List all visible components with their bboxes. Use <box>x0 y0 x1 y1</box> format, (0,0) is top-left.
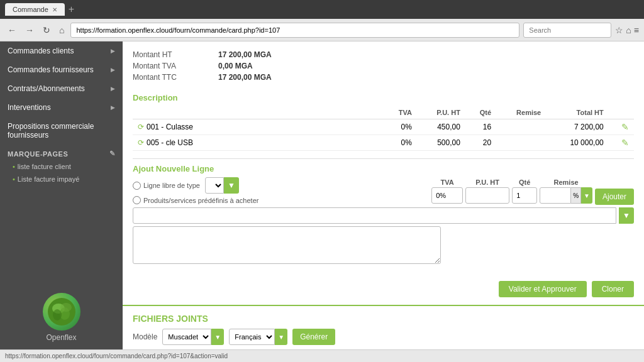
description-section: Description TVA P.U. HT Qté Remise Total… <box>133 93 634 151</box>
row2-edit[interactable]: ✎ <box>609 135 634 151</box>
product-search-dropdown-btn[interactable]: ▼ <box>619 207 634 224</box>
lang-select[interactable]: Français <box>229 329 275 345</box>
svg-point-3 <box>53 309 62 321</box>
lang-select-group: Français ▼ <box>229 329 287 345</box>
address-bar[interactable] <box>70 23 519 38</box>
status-bar: https://formation.openflex.cloud/fourn/c… <box>0 349 644 362</box>
tva-input[interactable] <box>431 187 463 204</box>
pu-ht-input[interactable] <box>465 187 509 204</box>
close-tab-icon[interactable]: ✕ <box>52 6 57 13</box>
row2-qty: 20 <box>465 135 496 151</box>
row2-tva: 0% <box>384 135 417 151</box>
description-textarea[interactable] <box>133 226 441 264</box>
action-buttons: Valider et Approuver Cloner <box>123 273 644 305</box>
row1-qty: 16 <box>465 119 496 135</box>
browser-toolbar: ← → ↻ ⌂ ☆ ⌂ ≡ <box>0 19 644 41</box>
model-dropdown-btn[interactable]: ▼ <box>211 329 224 345</box>
table-row: ⟳ 005 - cle USB 0% 500,00 20 10 000,00 ✎ <box>133 135 634 151</box>
row2-remise <box>496 135 546 151</box>
sidebar-item-commandes-clients[interactable]: Commandes clients <box>0 41 123 60</box>
amount-tva-row: Montant TVA 0,00 MGA <box>133 60 634 72</box>
amount-tva-label: Montant TVA <box>133 62 208 70</box>
sidebar-bookmark-facture-impaye[interactable]: Liste facture impayé <box>0 173 123 185</box>
model-label: Modèle <box>133 332 157 341</box>
amount-ht-label: Montant HT <box>133 50 208 59</box>
table-row: ⟳ 001 - Culasse 0% 450,00 16 7 200,00 ✎ <box>133 119 634 135</box>
amount-ttc-value: 17 200,00 MGA <box>218 73 272 82</box>
qty-input[interactable] <box>512 187 537 204</box>
browser-chrome: Commande ✕ + <box>0 0 644 19</box>
model-select-group: Muscadet ▼ <box>162 329 224 345</box>
main-content: Montant HT 17 200,00 MGA Montant TVA 0,0… <box>123 41 644 349</box>
amount-ttc-row: Montant TTC 17 200,00 MGA <box>133 72 634 83</box>
new-tab-icon[interactable]: + <box>69 4 74 15</box>
description-header: Description <box>133 93 634 102</box>
model-select[interactable]: Muscadet <box>162 329 211 345</box>
ref-icon-2: ⟳ <box>138 138 144 147</box>
row2-total: 10 000,00 <box>546 135 609 151</box>
radio-produits-input[interactable] <box>133 196 141 204</box>
browser-tab[interactable]: Commande ✕ <box>5 3 65 16</box>
col-tva: TVA <box>384 106 417 119</box>
files-title: FICHIERS JOINTS <box>133 314 634 324</box>
radio-libre-label: Ligne libre de type <box>143 182 200 189</box>
sidebar-bookmark-liste-facture[interactable]: liste facture client <box>0 160 123 173</box>
files-controls: Modèle Muscadet ▼ Français ▼ Générer <box>133 329 634 345</box>
line-type-select[interactable] <box>205 177 224 194</box>
sidebar-item-commandes-fournisseurs[interactable]: Commandes fournisseurs <box>0 60 123 79</box>
main-layout: Commandes clients Commandes fournisseurs… <box>0 41 644 349</box>
reload-button[interactable]: ↻ <box>40 24 53 36</box>
validate-approve-button[interactable]: Valider et Approuver <box>499 281 587 297</box>
row1-tva: 0% <box>384 119 417 135</box>
radio-ligne-libre-input[interactable] <box>133 182 141 190</box>
row2-pu: 500,00 <box>417 135 465 151</box>
amount-tva-value: 0,00 MGA <box>218 62 253 70</box>
tab-label: Commande <box>13 6 48 13</box>
back-button[interactable]: ← <box>5 24 19 36</box>
percent-label: % <box>571 187 581 204</box>
clone-button[interactable]: Cloner <box>592 281 634 297</box>
remise-input[interactable] <box>540 187 571 204</box>
radio-produits: Produits/services prédéfinis à acheter <box>133 196 258 204</box>
radio-produits-label: Produits/services prédéfinis à acheter <box>143 197 258 204</box>
forward-button[interactable]: → <box>23 24 36 36</box>
col-remise: Remise <box>496 106 546 119</box>
amount-ht-value: 17 200,00 MGA <box>218 50 272 59</box>
sidebar-section-marque-pages: MARQUE-PAGES ✎ <box>0 145 123 160</box>
search-input[interactable] <box>523 23 611 38</box>
amount-ttc-label: Montant TTC <box>133 73 208 82</box>
sidebar-logo: Openflex <box>0 285 123 349</box>
generate-button[interactable]: Générer <box>292 329 335 345</box>
row1-edit[interactable]: ✎ <box>609 119 634 135</box>
files-section: FICHIERS JOINTS Modèle Muscadet ▼ França… <box>123 305 644 349</box>
edit-bookmarks-icon[interactable]: ✎ <box>109 150 116 158</box>
sidebar: Commandes clients Commandes fournisseurs… <box>0 41 123 349</box>
sidebar-item-interventions[interactable]: Interventions <box>0 98 123 117</box>
menu-icon[interactable]: ≡ <box>634 25 639 35</box>
ref-icon-1: ⟳ <box>138 123 144 131</box>
row1-pu: 450,00 <box>417 119 465 135</box>
col-description <box>133 106 384 119</box>
amount-ht-row: Montant HT 17 200,00 MGA <box>133 49 634 60</box>
amounts-section: Montant HT 17 200,00 MGA Montant TVA 0,0… <box>133 49 634 83</box>
svg-point-4 <box>60 303 72 312</box>
row1-ref: ⟳ 001 - Culasse <box>133 119 384 135</box>
col-total-ht: Total HT <box>546 106 609 119</box>
lang-dropdown-btn[interactable]: ▼ <box>275 329 287 345</box>
row1-total: 7 200,00 <box>546 119 609 135</box>
home-icon2[interactable]: ⌂ <box>626 25 631 35</box>
col-actions <box>609 106 634 119</box>
new-line-header: Ajout Nouvelle Ligne <box>133 164 634 173</box>
line-type-dropdown-btn[interactable]: ▼ <box>224 177 239 194</box>
row1-remise <box>496 119 546 135</box>
remise-dropdown-btn[interactable]: ▼ <box>581 187 592 204</box>
add-line-button[interactable]: Ajouter <box>595 189 634 205</box>
bookmark-icon[interactable]: ☆ <box>615 25 623 35</box>
home-button[interactable]: ⌂ <box>57 24 67 36</box>
remise-input-group: % ▼ <box>540 187 592 204</box>
product-search-input[interactable] <box>133 207 616 224</box>
sidebar-item-propositions[interactable]: Propositions commerciale fournisseurs <box>0 117 123 145</box>
col-pu-ht: P.U. HT <box>417 106 465 119</box>
col-qty: Qté <box>465 106 496 119</box>
sidebar-item-contrats[interactable]: Contrats/Abonnements <box>0 79 123 98</box>
